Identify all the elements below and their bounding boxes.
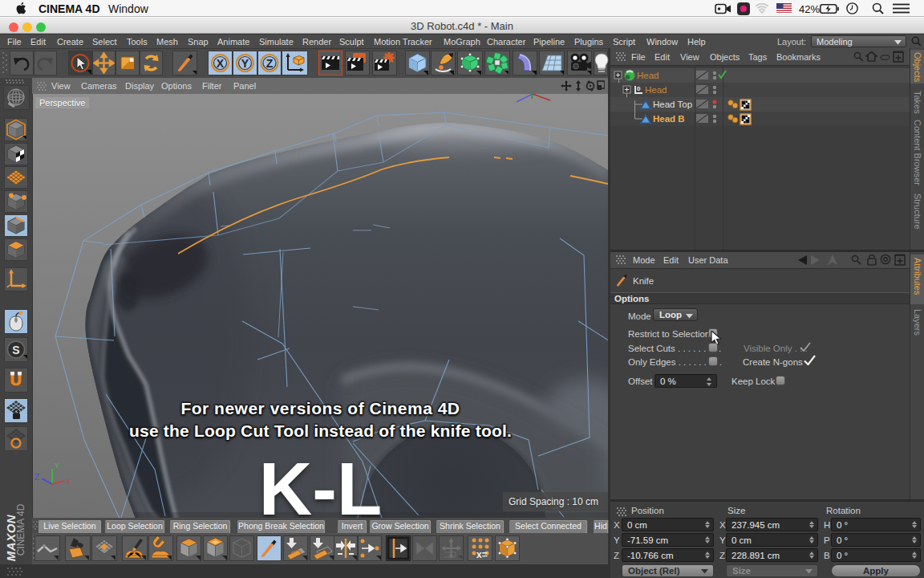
svg-text:Head Top: Head Top: [653, 100, 692, 109]
svg-text:X: X: [217, 57, 225, 70]
svg-text:Head B: Head B: [653, 114, 685, 124]
svg-text:Y: Y: [241, 57, 249, 70]
svg-text:Head: Head: [645, 85, 667, 95]
svg-text:Z: Z: [266, 57, 274, 70]
svg-text:Head: Head: [637, 71, 659, 80]
svg-text:0: 0: [637, 85, 641, 92]
svg-text:x=: x=: [476, 549, 488, 560]
svg-text:S: S: [12, 344, 19, 356]
